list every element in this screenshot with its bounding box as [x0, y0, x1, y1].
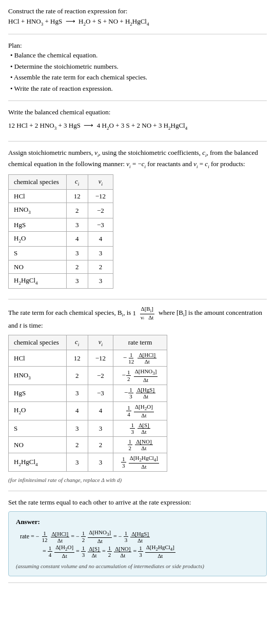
- table-row: H2O 4 4: [9, 232, 113, 247]
- ci-cell: 12: [66, 350, 88, 367]
- delta-no: Δ[NO]Δt: [113, 545, 132, 558]
- delta-hcl: Δ[HCl]Δt: [50, 530, 70, 544]
- plan-step-3: • Assemble the rate term for each chemic…: [10, 72, 267, 83]
- table-row: H2O 4 4 14 Δ[H2O]Δt: [9, 401, 167, 420]
- table-row: HCl 12 −12 −112 Δ[HCl]Δt: [9, 350, 167, 367]
- rate-term-note: (for infinitesimal rate of change, repla…: [8, 476, 267, 485]
- ci-cell: 3: [66, 453, 88, 472]
- table-row: HNO3 2 −2: [9, 203, 113, 218]
- answer-section: Set the rate terms equal to each other t…: [8, 497, 267, 583]
- plan-section: Plan: • Balance the chemical equation. •…: [8, 41, 267, 102]
- plan-step-2: • Determine the stoichiometric numbers.: [10, 62, 267, 72]
- eq3: =: [43, 545, 46, 558]
- delta-hno3: Δ[HNO3]Δt: [87, 529, 112, 544]
- vi-cell: 3: [88, 453, 113, 472]
- answer-box: Answer: rate = − 112 Δ[HCl]Δt = − 12 Δ[H…: [8, 511, 267, 576]
- delta-s: Δ[S]Δt: [87, 545, 101, 558]
- balanced-equation-label: Write the balanced chemical equation:: [8, 107, 267, 117]
- ci-cell: 2: [66, 203, 88, 218]
- stoichiometry-intro: Assign stoichiometric numbers, νi, using…: [8, 148, 267, 170]
- rate-cell: 12 Δ[NO]Δt: [113, 436, 167, 453]
- species-cell: HCl: [9, 189, 67, 203]
- table-row: NO 2 2 12 Δ[NO]Δt: [9, 436, 167, 453]
- table-row: HCl 12 −12: [9, 189, 113, 203]
- stoichiometry-section: Assign stoichiometric numbers, νi, using…: [8, 148, 267, 300]
- species-cell: HgS: [9, 218, 67, 232]
- ci-cell: 3: [66, 218, 88, 232]
- answer-expression: rate = − 112 Δ[HCl]Δt = − 12 Δ[HNO3]Δt =…: [20, 529, 259, 559]
- table-row: S 3 3 13 Δ[S]Δt: [9, 420, 167, 436]
- species-cell: H2HgCl4: [9, 274, 67, 289]
- delta-h2hgcl4: Δ[H2HgCl4]Δt: [145, 544, 176, 559]
- answer-label: Answer:: [16, 517, 259, 527]
- delta-hgs: Δ[HgS]Δt: [130, 530, 150, 544]
- col-species-2: chemical species: [9, 335, 67, 350]
- species-cell: HNO3: [9, 367, 67, 385]
- species-cell: H2HgCl4: [9, 453, 67, 472]
- stoichiometry-table: chemical species ci νi HCl 12 −12 HNO3 2…: [8, 174, 113, 289]
- vi-cell: −3: [88, 218, 113, 232]
- rate-cell: −13 Δ[HgS]Δt: [113, 385, 167, 401]
- ci-cell: 4: [66, 401, 88, 420]
- ci-cell: 2: [66, 260, 88, 274]
- plan-step-4: • Write the rate of reaction expression.: [10, 84, 267, 94]
- eq2: = −: [113, 530, 122, 543]
- plan-step-1: • Balance the chemical equation.: [10, 50, 267, 61]
- species-cell: S: [9, 247, 67, 260]
- species-cell: H2O: [9, 401, 67, 420]
- vi-cell: 3: [88, 274, 113, 289]
- rate-cell: 13 Δ[S]Δt: [113, 420, 167, 436]
- vi-cell: 2: [88, 260, 113, 274]
- ci-cell: 3: [66, 274, 88, 289]
- table-row: NO 2 2: [9, 260, 113, 274]
- table-row: HgS 3 −3 −13 Δ[HgS]Δt: [9, 385, 167, 401]
- balanced-equation-section: Write the balanced chemical equation: 12…: [8, 107, 267, 142]
- col-ci-1: ci: [66, 174, 88, 189]
- vi-cell: 4: [88, 401, 113, 420]
- rate-term-table: chemical species ci νi rate term HCl 12 …: [8, 335, 167, 472]
- rate-term-intro: The rate term for each chemical species,…: [8, 306, 267, 331]
- species-cell: H2O: [9, 232, 67, 247]
- col-species-1: chemical species: [9, 174, 67, 189]
- vi-cell: 2: [88, 436, 113, 453]
- col-ci-2: ci: [66, 335, 88, 350]
- table-row: H2HgCl4 3 3: [9, 274, 113, 289]
- vi-cell: 4: [88, 232, 113, 247]
- col-vi-2: νi: [88, 335, 113, 350]
- species-cell: S: [9, 420, 67, 436]
- vi-cell: −12: [88, 350, 113, 367]
- ci-cell: 3: [66, 420, 88, 436]
- header-title: Construct the rate of reaction expressio…: [8, 6, 267, 16]
- answer-line-2: = 14 Δ[H2O]Δt = 13 Δ[S]Δt = 12 Δ[NO]Δt =…: [43, 544, 259, 559]
- header-section: Construct the rate of reaction expressio…: [8, 6, 267, 34]
- table-row: HNO3 2 −2 −12 Δ[HNO3]Δt: [9, 367, 167, 385]
- plan-list: • Balance the chemical equation. • Deter…: [10, 50, 267, 93]
- species-cell: HNO3: [9, 203, 67, 218]
- ci-cell: 2: [66, 367, 88, 385]
- rate-text: rate = −: [20, 530, 40, 543]
- eq5: =: [102, 545, 106, 558]
- ci-cell: 3: [66, 247, 88, 260]
- balanced-equation: 12 HCl + 2 HNO3 + 3 HgS ⟶ 4 H2O + 3 S + …: [8, 120, 267, 132]
- species-cell: HgS: [9, 385, 67, 401]
- plan-label: Plan:: [8, 41, 267, 51]
- table-row: S 3 3: [9, 247, 113, 260]
- vi-cell: 3: [88, 247, 113, 260]
- set-label: Set the rate terms equal to each other t…: [8, 497, 267, 508]
- eq6: =: [133, 545, 136, 558]
- answer-footnote: (assuming constant volume and no accumul…: [16, 562, 259, 571]
- eq1: = −: [71, 530, 80, 543]
- table-row: H2HgCl4 3 3 13 Δ[H2HgCl4]Δt: [9, 453, 167, 472]
- rate-cell: 14 Δ[H2O]Δt: [113, 401, 167, 420]
- eq4: =: [76, 545, 80, 558]
- vi-cell: −2: [88, 203, 113, 218]
- rate-term-section: The rate term for each chemical species,…: [8, 306, 267, 491]
- species-cell: NO: [9, 436, 67, 453]
- rate-cell: 13 Δ[H2HgCl4]Δt: [113, 453, 167, 472]
- vi-cell: 3: [88, 420, 113, 436]
- vi-cell: −3: [88, 385, 113, 401]
- col-vi-1: νi: [88, 174, 113, 189]
- ci-cell: 4: [66, 232, 88, 247]
- vi-cell: −2: [88, 367, 113, 385]
- ci-cell: 2: [66, 436, 88, 453]
